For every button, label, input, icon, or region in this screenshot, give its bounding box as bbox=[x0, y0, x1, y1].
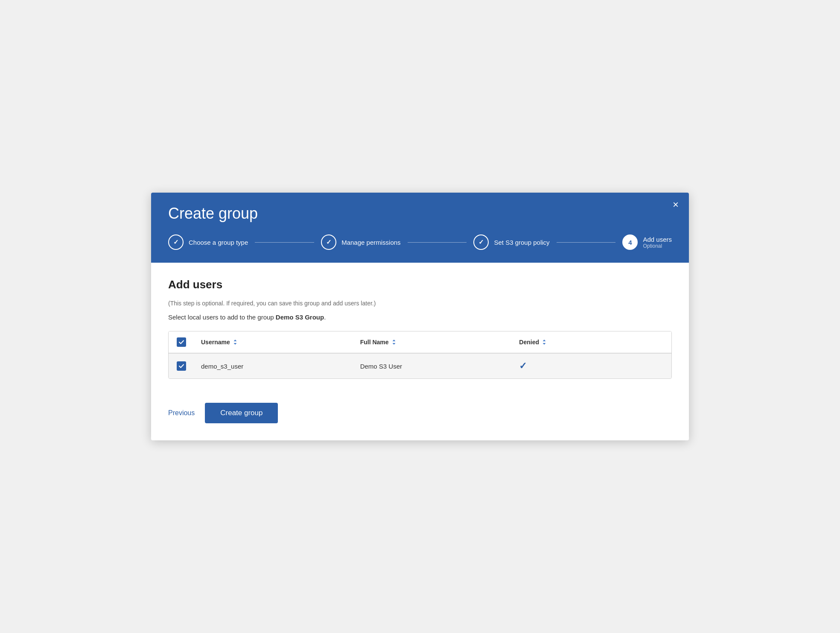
select-note-prefix: Select local users to add to the group bbox=[168, 314, 276, 321]
step-connector-1 bbox=[255, 242, 314, 243]
denied-sort-icon[interactable] bbox=[542, 339, 547, 346]
header-username-label: Username bbox=[201, 339, 230, 346]
step-circle-1: ✓ bbox=[168, 234, 184, 250]
header-checkbox[interactable] bbox=[177, 337, 186, 347]
close-button[interactable]: × bbox=[673, 199, 679, 210]
row-denied: ✓ bbox=[512, 354, 671, 378]
step-label-1: Choose a group type bbox=[189, 239, 248, 246]
step-label-2: Manage permissions bbox=[341, 239, 400, 246]
step-choose-type: ✓ Choose a group type bbox=[168, 234, 248, 250]
row-checkbox[interactable] bbox=[177, 361, 186, 371]
dialog-footer: Previous Create group bbox=[151, 389, 689, 440]
row-username: demo_s3_user bbox=[194, 354, 353, 378]
step-circle-4: 4 bbox=[622, 234, 638, 250]
step-connector-3 bbox=[557, 242, 616, 243]
select-note: Select local users to add to the group D… bbox=[168, 314, 672, 321]
select-note-suffix: . bbox=[324, 314, 326, 321]
table-header: Username Full Name bbox=[169, 331, 671, 353]
header-denied-label: Denied bbox=[519, 339, 539, 346]
dialog-header: × Create group ✓ Choose a group type ✓ M… bbox=[151, 193, 689, 263]
step-add-users: 4 Add users Optional bbox=[622, 234, 672, 250]
table-row: demo_s3_user Demo S3 User ✓ bbox=[169, 353, 671, 378]
dialog-body: Add users (This step is optional. If req… bbox=[151, 263, 689, 389]
row-fullname: Demo S3 User bbox=[353, 354, 513, 378]
header-fullname-label: Full Name bbox=[360, 339, 389, 346]
step-label-3: Set S3 group policy bbox=[494, 239, 549, 246]
user-table: Username Full Name bbox=[168, 331, 672, 379]
step-sublabel-4: Optional bbox=[643, 243, 672, 249]
fullname-sort-icon[interactable] bbox=[391, 339, 397, 346]
optional-note: (This step is optional. If required, you… bbox=[168, 300, 672, 307]
step-s3-policy: ✓ Set S3 group policy bbox=[473, 234, 549, 250]
denied-check-icon: ✓ bbox=[519, 360, 527, 372]
section-title: Add users bbox=[168, 278, 672, 291]
previous-button[interactable]: Previous bbox=[168, 404, 195, 422]
step-circle-3: ✓ bbox=[473, 234, 489, 250]
header-username: Username bbox=[194, 331, 353, 353]
step-manage-perms: ✓ Manage permissions bbox=[321, 234, 400, 250]
header-fullname: Full Name bbox=[353, 331, 513, 353]
header-checkbox-cell bbox=[169, 331, 194, 353]
stepper: ✓ Choose a group type ✓ Manage permissio… bbox=[168, 234, 672, 250]
username-sort-icon[interactable] bbox=[233, 339, 238, 346]
create-group-button[interactable]: Create group bbox=[205, 403, 278, 423]
step-label-4: Add users bbox=[643, 236, 672, 243]
dialog-title: Create group bbox=[168, 205, 672, 223]
step-connector-2 bbox=[408, 242, 467, 243]
step-circle-2: ✓ bbox=[321, 234, 336, 250]
row-checkbox-cell bbox=[169, 354, 194, 378]
create-group-dialog: × Create group ✓ Choose a group type ✓ M… bbox=[151, 193, 689, 440]
group-name: Demo S3 Group bbox=[276, 314, 324, 321]
header-denied: Denied bbox=[512, 331, 671, 353]
